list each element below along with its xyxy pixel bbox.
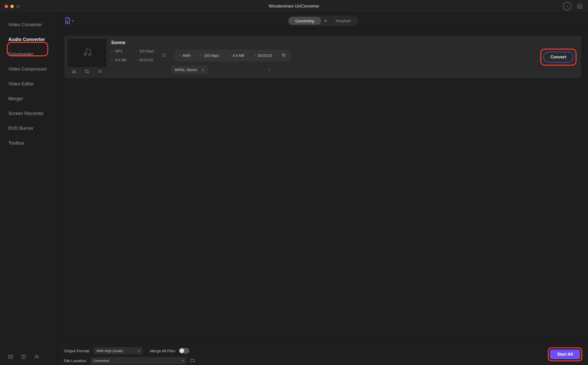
sidebar-item-video-editor[interactable]: Video Editor — [0, 77, 57, 91]
tutorial-icon[interactable] — [8, 354, 14, 360]
source-bitrate: 320 kbps — [135, 49, 154, 53]
output-format-value: M4R-High Quality — [96, 349, 123, 353]
source-info: MP3 320 kbps 4.9 MB 00:02:02 — [111, 49, 154, 62]
merge-files-label: Merge All Files — [150, 349, 175, 353]
sidebar-item-downloader[interactable]: Downloader — [0, 47, 57, 62]
finished-indicator-dot — [324, 20, 326, 22]
title-bar: Wondershare UniConverter — [0, 0, 588, 13]
sidebar-item-merger[interactable]: Merger — [0, 91, 57, 106]
trim-icon[interactable] — [72, 69, 76, 75]
tab-converting[interactable]: Converting — [289, 17, 321, 25]
target-info: M4R 320 kbps 4.9 MB 00:02:02 — [174, 50, 290, 62]
target-bitrate: 320 kbps — [196, 53, 224, 58]
add-file-button[interactable]: ▾ — [64, 17, 74, 24]
merge-files-toggle[interactable] — [179, 348, 189, 354]
minimize-window-button[interactable] — [10, 5, 14, 8]
channel-dropdown[interactable]: MPA3, Stereo ▾ — [171, 66, 208, 74]
sidebar-item-video-compressor[interactable]: Video Compressor — [0, 62, 57, 77]
convert-button[interactable]: Convert — [543, 52, 573, 63]
sidebar: Video Converter Audio Converter Download… — [0, 13, 58, 365]
sidebar-item-video-converter[interactable]: Video Converter — [0, 17, 57, 32]
convert-arrow-icon — [161, 52, 167, 59]
chevron-down-icon: ▾ — [138, 349, 140, 353]
file-location-dropdown[interactable]: Converted ▾ — [91, 357, 186, 364]
target-settings-button[interactable] — [277, 53, 290, 58]
crop-icon[interactable] — [85, 69, 89, 75]
sidebar-item-screen-recorder[interactable]: Screen Recorder — [0, 106, 57, 121]
open-folder-button[interactable] — [190, 358, 195, 364]
menu-icon[interactable] — [576, 3, 583, 10]
sidebar-item-audio-converter[interactable]: Audio Converter — [0, 32, 57, 47]
svg-point-7 — [37, 356, 38, 357]
target-duration: 00:02:02 — [249, 53, 277, 58]
source-format: MP3 — [111, 49, 126, 53]
file-thumbnail[interactable] — [68, 39, 106, 67]
channel-dropdown-value: MPA3, Stereo — [175, 68, 197, 72]
maximize-window-button[interactable] — [16, 5, 19, 8]
chevron-down-icon: ▾ — [72, 19, 74, 23]
highlight-start-all: Start All — [548, 347, 582, 361]
main-panel: ▾ Converting Finished — [58, 13, 588, 365]
close-window-button[interactable] — [5, 5, 8, 8]
file-info-button[interactable]: i — [269, 68, 270, 72]
help-icon[interactable] — [21, 354, 26, 360]
tab-finished[interactable]: Finished — [329, 17, 357, 25]
account-icon[interactable] — [563, 2, 571, 10]
effects-icon[interactable] — [98, 69, 102, 75]
footer: Output Format: M4R-High Quality ▾ Merge … — [58, 343, 588, 365]
svg-point-5 — [23, 358, 24, 358]
target-format: M4R — [174, 53, 196, 58]
file-location-label: File Location: — [64, 359, 87, 363]
output-format-dropdown[interactable]: M4R-High Quality ▾ — [94, 347, 143, 354]
source-duration: 00:02:02 — [135, 58, 154, 62]
sidebar-item-dvd-burner[interactable]: DVD Burner — [0, 121, 57, 136]
status-tabs: Converting Finished — [288, 16, 358, 26]
app-title: Wondershare UniConverter — [0, 4, 588, 9]
output-format-label: Output Format: — [64, 349, 90, 353]
file-name: Sonne — [111, 40, 576, 45]
highlight-convert: Convert — [540, 49, 577, 66]
source-size: 4.9 MB — [111, 58, 126, 62]
app-window: Wondershare UniConverter Video Converter… — [0, 0, 588, 365]
file-card: Sonne MP3 320 kbps 4.9 MB 00:02:02 — [64, 36, 581, 78]
window-controls — [5, 5, 19, 8]
toolbar: ▾ Converting Finished — [58, 13, 588, 29]
chevron-down-icon: ▾ — [202, 68, 204, 72]
sidebar-item-toolbox[interactable]: Toolbox — [0, 136, 57, 151]
file-location-value: Converted — [93, 359, 109, 363]
svg-point-6 — [35, 355, 37, 357]
start-all-button[interactable]: Start All — [550, 349, 580, 359]
target-size: 4.9 MB — [224, 53, 249, 58]
community-icon[interactable] — [34, 354, 39, 360]
chevron-down-icon: ▾ — [182, 359, 184, 362]
